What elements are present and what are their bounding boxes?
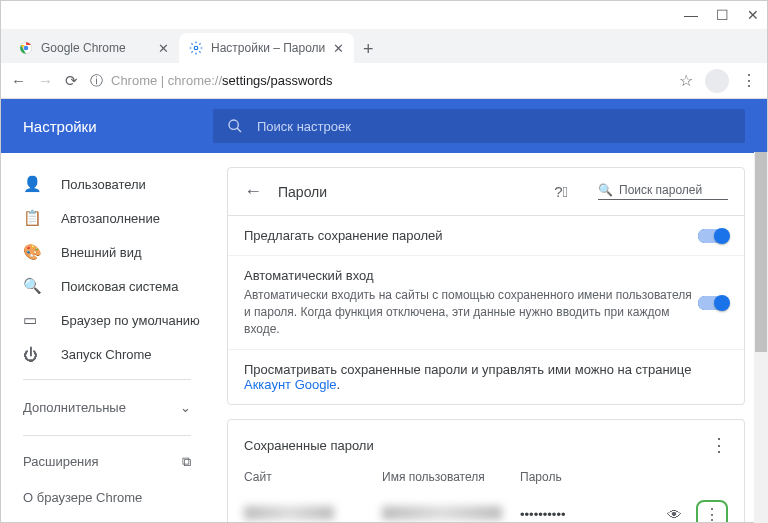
page-title: Пароли bbox=[278, 184, 327, 200]
manage-link-row: Просматривать сохраненные пароли и управ… bbox=[228, 350, 744, 404]
tab-label: Настройки – Пароли bbox=[211, 41, 325, 55]
close-window-button[interactable]: ✕ bbox=[747, 7, 759, 23]
settings-header: Настройки bbox=[1, 99, 767, 153]
tab-google-chrome[interactable]: Google Chrome ✕ bbox=[9, 33, 179, 63]
settings-search[interactable] bbox=[213, 109, 745, 143]
svg-point-1 bbox=[24, 46, 29, 51]
external-link-icon: ⧉ bbox=[182, 454, 191, 470]
show-password-icon[interactable]: 👁 bbox=[667, 506, 682, 523]
search-icon bbox=[227, 118, 243, 134]
chrome-menu-icon[interactable]: ⋮ bbox=[741, 71, 757, 90]
site-cell[interactable] bbox=[244, 506, 382, 523]
maximize-button[interactable]: ☐ bbox=[716, 7, 729, 23]
table-header: Сайт Имя пользователя Пароль bbox=[228, 464, 744, 490]
offer-save-row: Предлагать сохранение паролей bbox=[228, 216, 744, 256]
chevron-down-icon: ⌄ bbox=[180, 400, 191, 415]
tab-label: Google Chrome bbox=[41, 41, 126, 55]
close-tab-icon[interactable]: ✕ bbox=[333, 41, 344, 56]
reload-icon[interactable]: ⟳ bbox=[65, 72, 78, 90]
address-bar[interactable]: ⓘ Chrome | chrome://settings/passwords bbox=[90, 72, 667, 90]
main-panel: ← Пароли ?⃝ 🔍 Поиск паролей Предлагать с… bbox=[213, 153, 767, 523]
sidebar-about[interactable]: О браузере Chrome bbox=[1, 480, 213, 515]
window-controls: — ☐ ✕ bbox=[1, 1, 767, 29]
close-tab-icon[interactable]: ✕ bbox=[158, 41, 169, 56]
settings-search-input[interactable] bbox=[257, 119, 731, 134]
sidebar-item-search-engine[interactable]: 🔍Поисковая система bbox=[1, 269, 213, 303]
settings-title: Настройки bbox=[1, 118, 211, 135]
settings-favicon bbox=[189, 41, 203, 55]
back-arrow-icon[interactable]: ← bbox=[244, 181, 262, 202]
password-cell: •••••••••• bbox=[520, 507, 658, 522]
forward-icon[interactable]: → bbox=[38, 72, 53, 89]
auto-signin-label: Автоматический вход bbox=[244, 268, 698, 283]
sidebar-item-appearance[interactable]: 🎨Внешний вид bbox=[1, 235, 213, 269]
help-icon[interactable]: ?⃝ bbox=[554, 183, 568, 200]
person-icon: 👤 bbox=[23, 175, 41, 193]
svg-point-2 bbox=[194, 46, 198, 50]
saved-passwords-title: Сохраненные пароли bbox=[244, 438, 374, 453]
auto-signin-row: Автоматический вход Автоматически входит… bbox=[228, 256, 744, 350]
svg-point-3 bbox=[229, 120, 238, 129]
search-icon: 🔍 bbox=[598, 183, 613, 197]
minimize-button[interactable]: — bbox=[684, 7, 698, 23]
back-icon[interactable]: ← bbox=[11, 72, 26, 89]
auto-signin-desc: Автоматически входить на сайты с помощью… bbox=[244, 287, 698, 337]
password-search[interactable]: 🔍 Поиск паролей bbox=[598, 183, 728, 200]
offer-save-toggle[interactable] bbox=[698, 229, 728, 243]
saved-passwords-menu-icon[interactable]: ⋮ bbox=[710, 434, 728, 456]
browser-icon: ▭ bbox=[23, 311, 41, 329]
sidebar-item-users[interactable]: 👤Пользователи bbox=[1, 167, 213, 201]
sidebar-item-autofill[interactable]: 📋Автозаполнение bbox=[1, 201, 213, 235]
sidebar-extensions[interactable]: Расширения⧉ bbox=[1, 444, 213, 480]
sidebar-advanced[interactable]: Дополнительные⌄ bbox=[1, 388, 213, 427]
tab-settings-passwords[interactable]: Настройки – Пароли ✕ bbox=[179, 33, 354, 63]
palette-icon: 🎨 bbox=[23, 243, 41, 261]
new-tab-button[interactable]: + bbox=[354, 35, 382, 63]
google-account-link[interactable]: Аккаунт Google bbox=[244, 377, 337, 392]
passwords-card: ← Пароли ?⃝ 🔍 Поиск паролей Предлагать с… bbox=[227, 167, 745, 405]
svg-line-4 bbox=[237, 128, 241, 132]
power-icon: ⏻ bbox=[23, 346, 41, 363]
clipboard-icon: 📋 bbox=[23, 209, 41, 227]
sidebar-item-default-browser[interactable]: ▭Браузер по умолчанию bbox=[1, 303, 213, 337]
sidebar-item-on-startup[interactable]: ⏻Запуск Chrome bbox=[1, 337, 213, 371]
divider bbox=[23, 435, 191, 436]
scrollbar-thumb[interactable] bbox=[755, 153, 767, 352]
row-menu-icon[interactable]: ⋮ bbox=[696, 500, 728, 523]
saved-passwords-card: Сохраненные пароли ⋮ Сайт Имя пользовате… bbox=[227, 419, 745, 523]
info-icon: ⓘ bbox=[90, 72, 103, 90]
auto-signin-toggle[interactable] bbox=[698, 296, 728, 310]
table-row: •••••••••• 👁 ⋮ bbox=[228, 490, 744, 523]
offer-save-label: Предлагать сохранение паролей bbox=[244, 228, 698, 243]
tab-strip: Google Chrome ✕ Настройки – Пароли ✕ + bbox=[1, 29, 767, 63]
divider bbox=[23, 379, 191, 380]
profile-avatar[interactable] bbox=[705, 69, 729, 93]
search-icon: 🔍 bbox=[23, 277, 41, 295]
sidebar: 👤Пользователи 📋Автозаполнение 🎨Внешний в… bbox=[1, 153, 213, 523]
chrome-favicon bbox=[19, 41, 33, 55]
user-cell bbox=[382, 506, 520, 523]
bookmark-icon[interactable]: ☆ bbox=[679, 71, 693, 90]
toolbar: ← → ⟳ ⓘ Chrome | chrome://settings/passw… bbox=[1, 63, 767, 99]
